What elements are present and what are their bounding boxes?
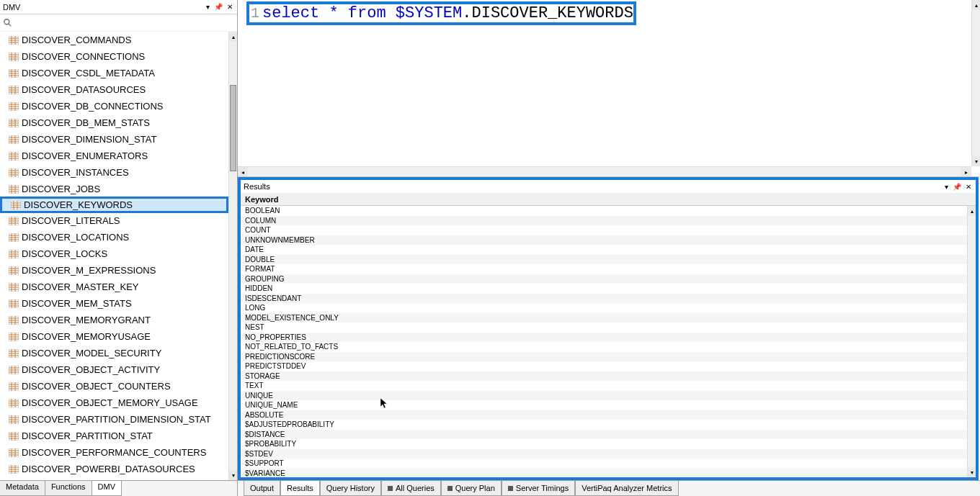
- result-row[interactable]: UNIQUE_NAME: [241, 400, 976, 410]
- result-row[interactable]: BOOLEAN: [241, 206, 976, 216]
- result-row[interactable]: $SUPPORT: [241, 459, 976, 469]
- panel-dropdown-icon[interactable]: ▾: [943, 183, 950, 191]
- tree-item[interactable]: DISCOVER_CONNECTIONS: [0, 48, 228, 65]
- tree-item[interactable]: DISCOVER_LOCATIONS: [0, 229, 228, 245]
- bottom-tab[interactable]: Results: [280, 481, 320, 496]
- bottom-tab[interactable]: Output: [244, 481, 280, 496]
- tree-item[interactable]: DISCOVER_LOCKS: [0, 245, 228, 262]
- result-row[interactable]: HIDDEN: [241, 284, 976, 294]
- tree-item[interactable]: DISCOVER_DATASOURCES: [0, 81, 228, 98]
- tree-item[interactable]: DISCOVER_POWERBI_DATASOURCES: [0, 461, 228, 477]
- result-row[interactable]: NEST: [241, 323, 976, 333]
- result-row[interactable]: PREDICTSTDDEV: [241, 361, 976, 371]
- result-row[interactable]: ISDESCENDANT: [241, 294, 976, 304]
- result-row[interactable]: FORMAT: [241, 264, 976, 274]
- result-row[interactable]: DOUBLE: [241, 255, 976, 265]
- result-row[interactable]: TEXT: [241, 381, 976, 391]
- results-grid-header[interactable]: Keyword: [241, 193, 976, 206]
- tree-item[interactable]: DISCOVER_KEYWORDS: [0, 197, 228, 213]
- tree-item[interactable]: DISCOVER_DB_CONNECTIONS: [0, 98, 228, 114]
- scroll-down-icon[interactable]: ▾: [968, 467, 976, 477]
- tree-item[interactable]: DISCOVER_COMMANDS: [0, 32, 228, 48]
- tree-item[interactable]: DISCOVER_ENUMERATORS: [0, 148, 228, 164]
- tree-item-label: DISCOVER_OBJECT_COUNTERS: [22, 381, 171, 392]
- bottom-tab[interactable]: All Queries: [381, 481, 441, 496]
- result-row[interactable]: $DISTANCE: [241, 430, 976, 440]
- tree-item[interactable]: DISCOVER_OBJECT_COUNTERS: [0, 378, 228, 394]
- tree-item[interactable]: DISCOVER_OBJECT_ACTIVITY: [0, 361, 228, 378]
- result-row[interactable]: COLUMN: [241, 216, 976, 226]
- result-row[interactable]: LONG: [241, 303, 976, 313]
- tree-item[interactable]: DISCOVER_CSDL_METADATA: [0, 65, 228, 81]
- result-row[interactable]: NOT_RELATED_TO_FACTS: [241, 342, 976, 352]
- bottom-tab[interactable]: Query History: [320, 481, 381, 496]
- left-tab[interactable]: Functions: [45, 481, 92, 496]
- scroll-thumb[interactable]: [230, 85, 236, 171]
- panel-close-icon[interactable]: ✕: [226, 3, 234, 11]
- result-row[interactable]: ABSOLUTE: [241, 410, 976, 420]
- code-token[interactable]: [319, 4, 329, 22]
- scroll-down-icon[interactable]: ▾: [229, 470, 237, 480]
- result-row[interactable]: COUNT: [241, 225, 976, 235]
- panel-close-icon[interactable]: ✕: [964, 183, 973, 191]
- code-token[interactable]: select: [262, 4, 319, 22]
- tree-item[interactable]: DISCOVER_DIMENSION_STAT: [0, 131, 228, 148]
- scroll-left-icon[interactable]: ◂: [238, 167, 248, 177]
- result-row[interactable]: STORAGE: [241, 371, 976, 382]
- result-row[interactable]: $STDEV: [241, 449, 976, 459]
- result-row[interactable]: MODEL_EXISTENCE_ONLY: [241, 313, 976, 323]
- tree-item[interactable]: DISCOVER_JOBS: [0, 181, 228, 197]
- result-row[interactable]: UNKNOWNMEMBER: [241, 235, 976, 245]
- tree-scrollbar[interactable]: ▴ ▾: [228, 32, 237, 480]
- result-row[interactable]: NO_PROPERTIES: [241, 333, 976, 343]
- scroll-up-icon[interactable]: ▴: [229, 32, 237, 42]
- tree-item[interactable]: DISCOVER_OBJECT_MEMORY_USAGE: [0, 394, 228, 411]
- scroll-up-icon[interactable]: ▴: [968, 206, 976, 216]
- search-input[interactable]: [16, 17, 234, 30]
- tree-item[interactable]: DISCOVER_PARTITION_STAT: [0, 428, 228, 444]
- bottom-tab-label: VertiPaq Analyzer Metrics: [582, 484, 672, 492]
- tree-item[interactable]: DISCOVER_PARTITION_DIMENSION_STAT: [0, 411, 228, 428]
- editor-scrollbar-vertical[interactable]: ▴ ▾: [971, 0, 980, 166]
- tree-item[interactable]: DISCOVER_LITERALS: [0, 212, 228, 229]
- scroll-right-icon[interactable]: ▸: [961, 167, 971, 177]
- tree-item[interactable]: DISCOVER_MEMORYGRANT: [0, 312, 228, 328]
- tree-item[interactable]: DISCOVER_M_EXPRESSIONS: [0, 262, 228, 279]
- result-row[interactable]: DATE: [241, 245, 976, 255]
- tree-item[interactable]: DISCOVER_MEMORYUSAGE: [0, 328, 228, 345]
- code-token[interactable]: *: [329, 4, 338, 22]
- result-row[interactable]: $ADJUSTEDPROBABILITY: [241, 420, 976, 430]
- tree-item[interactable]: DISCOVER_MODEL_SECURITY: [0, 345, 228, 361]
- scroll-down-icon[interactable]: ▾: [972, 156, 980, 166]
- code-token[interactable]: from: [348, 4, 386, 22]
- code-token[interactable]: .DISCOVER_KEYWORDS: [462, 4, 633, 22]
- bottom-tab[interactable]: VertiPaq Analyzer Metrics: [575, 481, 678, 496]
- result-row[interactable]: UNIQUE: [241, 391, 976, 401]
- tree-item[interactable]: DISCOVER_INSTANCES: [0, 164, 228, 181]
- scroll-up-icon[interactable]: ▴: [972, 0, 980, 10]
- column-header-keyword[interactable]: Keyword: [245, 195, 331, 204]
- result-row[interactable]: $PROBABILITY: [241, 439, 976, 449]
- left-tab[interactable]: DMV: [92, 481, 122, 496]
- editor-scrollbar-horizontal[interactable]: ◂ ▸: [238, 166, 971, 176]
- bottom-tab[interactable]: Server Timings: [502, 481, 575, 496]
- table-icon: [9, 250, 19, 258]
- bottom-tab[interactable]: Query Plan: [441, 481, 502, 496]
- code-token[interactable]: [339, 4, 348, 22]
- editor-zone[interactable]: 1select * from $SYSTEM.DISCOVER_KEYWORDS…: [238, 0, 980, 177]
- panel-pin-icon[interactable]: 📌: [213, 3, 224, 11]
- left-tab[interactable]: Metadata: [0, 481, 45, 496]
- code-token[interactable]: [386, 4, 396, 22]
- tree-item[interactable]: DISCOVER_MASTER_KEY: [0, 279, 228, 295]
- panel-pin-icon[interactable]: 📌: [951, 183, 963, 191]
- results-scrollbar[interactable]: ▴ ▾: [967, 206, 976, 477]
- result-row[interactable]: PREDICTIONSCORE: [241, 352, 976, 362]
- tree-item[interactable]: DISCOVER_DB_MEM_STATS: [0, 114, 228, 131]
- panel-dropdown-icon[interactable]: ▾: [205, 3, 211, 11]
- result-row[interactable]: $VARIANCE: [241, 469, 976, 478]
- tree-item[interactable]: DISCOVER_MEM_STATS: [0, 295, 228, 312]
- code-token[interactable]: $SYSTEM: [396, 4, 462, 22]
- result-row[interactable]: GROUPING: [241, 274, 976, 284]
- editor-line[interactable]: 1select * from $SYSTEM.DISCOVER_KEYWORDS: [249, 4, 633, 22]
- tree-item[interactable]: DISCOVER_PERFORMANCE_COUNTERS: [0, 444, 228, 461]
